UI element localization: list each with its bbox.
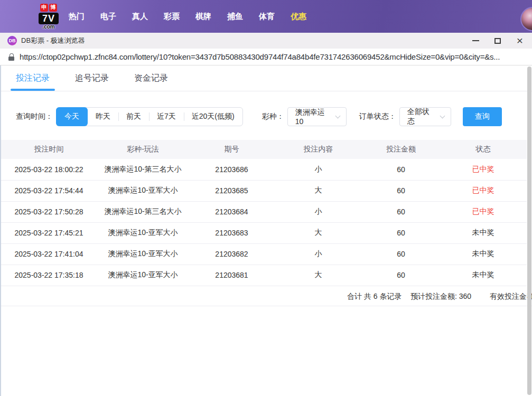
bet-content: 大 bbox=[274, 222, 362, 243]
nav-item-fishing[interactable]: 捕鱼 bbox=[227, 12, 243, 22]
col-bet-time: 投注时间 bbox=[1, 140, 97, 159]
site-logo[interactable]: 申 博 7V .com bbox=[33, 4, 64, 30]
logo-main-text: 7V bbox=[39, 13, 59, 24]
issue: 21203683 bbox=[189, 222, 274, 243]
table-header-row: 投注时间 彩种-玩法 期号 投注内容 投注金额 状态 bbox=[1, 140, 527, 159]
time-option-7days[interactable]: 近7天 bbox=[149, 108, 184, 126]
filter-row: 查询时间： 今天 昨天 前天 近7天 近20天(低频) 彩种： 澳洲幸运10 订… bbox=[16, 107, 532, 126]
nav-item-lottery[interactable]: 彩票 bbox=[164, 12, 180, 22]
nav-item-promo[interactable]: 优惠 bbox=[291, 12, 306, 22]
issue: 21203685 bbox=[189, 180, 274, 201]
bet-amount: 60 bbox=[362, 222, 440, 243]
nav-item-live[interactable]: 真人 bbox=[132, 12, 148, 22]
bet-content: 小 bbox=[274, 159, 362, 180]
search-button[interactable]: 查询 bbox=[463, 107, 502, 126]
bet-time: 2025-03-22 17:35:18 bbox=[1, 265, 97, 286]
lock-icon[interactable] bbox=[8, 53, 15, 61]
nav-item-hot[interactable]: 热门 bbox=[69, 12, 85, 22]
summary-valid-amount: 有效投注金额 bbox=[490, 286, 532, 306]
url-text[interactable]: https://ctop02pchwp1.zfnc84.com/lottery/… bbox=[20, 52, 500, 61]
issue: 21203684 bbox=[189, 201, 274, 222]
time-filter-label: 查询时间： bbox=[16, 112, 53, 121]
bet-amount: 60 bbox=[362, 159, 440, 180]
order-status-select[interactable]: 全部状态 bbox=[399, 107, 451, 126]
lottery-select[interactable]: 澳洲幸运10 bbox=[287, 107, 347, 126]
window-title: DB彩票 - 极速浏览器 bbox=[21, 36, 85, 45]
maximize-icon bbox=[494, 38, 501, 44]
bet-time: 2025-03-22 17:54:44 bbox=[1, 180, 97, 201]
vertical-scrollbar[interactable] bbox=[527, 67, 531, 395]
time-option-today[interactable]: 今天 bbox=[56, 107, 88, 126]
game-play: 澳洲幸运10-第三名大小 bbox=[97, 201, 189, 222]
issue: 21203682 bbox=[189, 243, 274, 265]
bet-time: 2025-03-22 17:41:04 bbox=[1, 243, 97, 265]
table-row: 2025-03-22 18:00:22 澳洲幸运10-第三名大小 2120368… bbox=[1, 159, 527, 180]
nav-item-slots[interactable]: 电子 bbox=[100, 12, 116, 22]
user-avatar[interactable] bbox=[520, 7, 532, 31]
game-play: 澳洲幸运10-亚军大小 bbox=[97, 222, 189, 243]
game-play: 澳洲幸运10-亚军大小 bbox=[97, 180, 189, 201]
bet-content: 大 bbox=[274, 265, 362, 286]
order-status-label: 订单状态： bbox=[359, 112, 396, 121]
time-option-yesterday[interactable]: 昨天 bbox=[88, 108, 118, 126]
summary-expected-amount: 预计投注金额: 360 bbox=[410, 286, 471, 306]
logo-badges: 申 博 bbox=[40, 4, 57, 12]
site-header: 申 博 7V .com 热门 电子 真人 彩票 棋牌 捕鱼 体育 优惠 bbox=[0, 0, 532, 33]
bet-amount: 60 bbox=[362, 243, 440, 265]
browser-titlebar: DB DB彩票 - 极速浏览器 × bbox=[0, 33, 532, 49]
col-game-play: 彩种-玩法 bbox=[97, 140, 189, 159]
table-row: 2025-03-22 17:54:44 澳洲幸运10-亚军大小 21203685… bbox=[1, 180, 527, 201]
time-option-daybefore[interactable]: 前天 bbox=[118, 108, 149, 126]
bet-time: 2025-03-22 17:50:28 bbox=[1, 201, 97, 222]
time-filter-group: 今天 昨天 前天 近7天 近20天(低频) bbox=[56, 107, 243, 126]
logo-sub-text: .com bbox=[42, 24, 54, 30]
game-play: 澳洲幸运10-第三名大小 bbox=[97, 159, 189, 180]
table-row: 2025-03-22 17:35:18 澳洲幸运10-亚军大小 21203681… bbox=[1, 265, 527, 286]
issue: 21203686 bbox=[189, 159, 274, 180]
table-row: 2025-03-22 17:50:28 澳洲幸运10-第三名大小 2120368… bbox=[1, 201, 527, 222]
status-badge: 已中奖 bbox=[440, 159, 527, 180]
bet-records-table: 投注时间 彩种-玩法 期号 投注内容 投注金额 状态 2025-03-22 18… bbox=[1, 140, 527, 286]
minimize-icon bbox=[472, 40, 479, 41]
close-button[interactable]: × bbox=[509, 33, 531, 49]
col-status: 状态 bbox=[440, 140, 527, 159]
game-play: 澳洲幸运10-亚军大小 bbox=[97, 243, 189, 265]
summary-record-count: 合计 共 6 条记录 bbox=[347, 286, 402, 306]
chevron-down-icon bbox=[335, 113, 340, 118]
chevron-down-icon bbox=[440, 113, 445, 118]
table-row: 2025-03-22 17:45:21 澳洲幸运10-亚军大小 21203683… bbox=[1, 222, 527, 243]
tab-fund-records[interactable]: 资金记录 bbox=[134, 65, 168, 91]
nav-item-sports[interactable]: 体育 bbox=[259, 12, 275, 22]
main-nav: 热门 电子 真人 彩票 棋牌 捕鱼 体育 优惠 bbox=[69, 12, 306, 22]
game-play: 澳洲幸运10-亚军大小 bbox=[97, 265, 189, 286]
issue: 21203681 bbox=[189, 265, 274, 286]
tab-bet-records[interactable]: 投注记录 bbox=[16, 65, 50, 91]
bet-amount: 60 bbox=[362, 180, 440, 201]
order-status-selected-value: 全部状态 bbox=[407, 107, 436, 126]
status-badge: 已中奖 bbox=[440, 201, 527, 222]
bet-content: 大 bbox=[274, 180, 362, 201]
logo-badge-right: 博 bbox=[49, 4, 57, 12]
tab-chase-records[interactable]: 追号记录 bbox=[75, 65, 109, 91]
bet-time: 2025-03-22 18:00:22 bbox=[1, 159, 97, 180]
window-controls: × bbox=[464, 33, 531, 49]
time-option-20days[interactable]: 近20天(低频) bbox=[184, 108, 242, 126]
maximize-button[interactable] bbox=[487, 33, 509, 49]
status-badge: 已中奖 bbox=[440, 180, 527, 201]
status-badge: 未中奖 bbox=[440, 222, 527, 243]
bet-records-table-wrap: 投注时间 彩种-玩法 期号 投注内容 投注金额 状态 2025-03-22 18… bbox=[1, 140, 532, 286]
url-bar[interactable]: https://ctop02pchwp1.zfnc84.com/lottery/… bbox=[0, 49, 532, 65]
minimize-button[interactable] bbox=[464, 33, 487, 49]
page-content: 投注记录 追号记录 资金记录 查询时间： 今天 昨天 前天 近7天 近20天(低… bbox=[0, 65, 532, 396]
col-bet-amount: 投注金额 bbox=[362, 140, 440, 159]
table-row: 2025-03-22 17:41:04 澳洲幸运10-亚军大小 21203682… bbox=[1, 243, 527, 265]
summary-bar: 合计 共 6 条记录 预计投注金额: 360 有效投注金额 bbox=[1, 286, 532, 306]
lottery-filter-label: 彩种： bbox=[262, 112, 284, 121]
status-badge: 未中奖 bbox=[440, 243, 527, 265]
bet-content: 小 bbox=[274, 243, 362, 265]
browser-favicon-icon: DB bbox=[7, 36, 17, 45]
col-bet-content: 投注内容 bbox=[274, 140, 362, 159]
status-badge: 未中奖 bbox=[440, 265, 527, 286]
nav-item-boardgame[interactable]: 棋牌 bbox=[195, 12, 211, 22]
record-tabs: 投注记录 追号记录 资金记录 bbox=[1, 65, 532, 91]
